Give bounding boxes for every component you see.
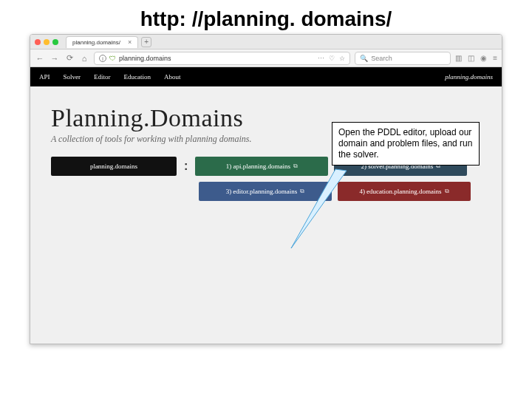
block-planning-domains[interactable]: planning.domains xyxy=(51,157,177,176)
account-icon[interactable]: ◉ xyxy=(480,54,487,62)
nav-api[interactable]: API xyxy=(39,73,50,81)
nav-about[interactable]: About xyxy=(164,73,181,81)
window-controls xyxy=(35,39,58,45)
new-tab-button[interactable]: + xyxy=(141,37,151,47)
search-input[interactable]: 🔍 Search xyxy=(355,52,451,65)
reload-icon[interactable]: ⟳ xyxy=(64,53,75,63)
browser-toolbar: ← → ⟳ ⌂ i 🛡 planning.domains ⋯ ♡ ☆ 🔍 Sea… xyxy=(30,50,502,67)
annotation-callout: Open the PDDL editor, upload our domain … xyxy=(332,122,480,166)
search-icon: 🔍 xyxy=(360,55,368,62)
bookmark-icon[interactable]: ☆ xyxy=(339,55,345,62)
forward-icon[interactable]: → xyxy=(50,54,60,63)
browser-window: planning.domains/ × + ← → ⟳ ⌂ i 🛡 planni… xyxy=(30,34,502,344)
svg-marker-0 xyxy=(291,169,347,248)
more-icon[interactable]: ⋯ xyxy=(318,55,324,62)
nav-editor[interactable]: Editor xyxy=(94,73,111,81)
close-tab-icon[interactable]: × xyxy=(128,38,132,46)
tab-label: planning.domains/ xyxy=(72,39,120,46)
menu-icon[interactable]: ≡ xyxy=(493,54,497,62)
block-label-text: planning.domains xyxy=(90,163,137,170)
site-info-icon[interactable]: i xyxy=(99,55,106,62)
slide-title: http: //planning. domains/ xyxy=(0,0,532,34)
site-navbar: API Solver Editor Education About planni… xyxy=(30,67,502,86)
minimize-window-button[interactable] xyxy=(44,39,50,45)
nav-education[interactable]: Education xyxy=(124,73,151,81)
shield-icon[interactable]: 🛡 xyxy=(109,55,116,62)
colon-separator: : xyxy=(183,160,189,173)
nav-brand[interactable]: planning.domains xyxy=(445,73,493,81)
nav-solver[interactable]: Solver xyxy=(64,73,81,81)
search-placeholder: Search xyxy=(371,55,392,62)
browser-tab[interactable]: planning.domains/ × xyxy=(66,36,138,48)
callout-arrow-icon xyxy=(280,163,369,252)
home-icon[interactable]: ⌂ xyxy=(79,54,89,63)
close-window-button[interactable] xyxy=(35,39,41,45)
library-icon[interactable]: ▥ xyxy=(455,54,462,62)
reader-icon[interactable]: ♡ xyxy=(329,55,335,62)
sidebar-icon[interactable]: ◫ xyxy=(468,54,474,62)
block-education-text: 4) education.planning.domains xyxy=(359,188,441,195)
external-link-icon: ⧉ xyxy=(445,188,449,195)
maximize-window-button[interactable] xyxy=(52,39,58,45)
url-text: planning.domains xyxy=(119,55,315,62)
window-titlebar: planning.domains/ × + xyxy=(30,35,502,50)
url-bar[interactable]: i 🛡 planning.domains ⋯ ♡ ☆ xyxy=(94,52,350,65)
callout-box: Open the PDDL editor, upload our domain … xyxy=(332,122,480,166)
back-icon[interactable]: ← xyxy=(35,54,45,63)
